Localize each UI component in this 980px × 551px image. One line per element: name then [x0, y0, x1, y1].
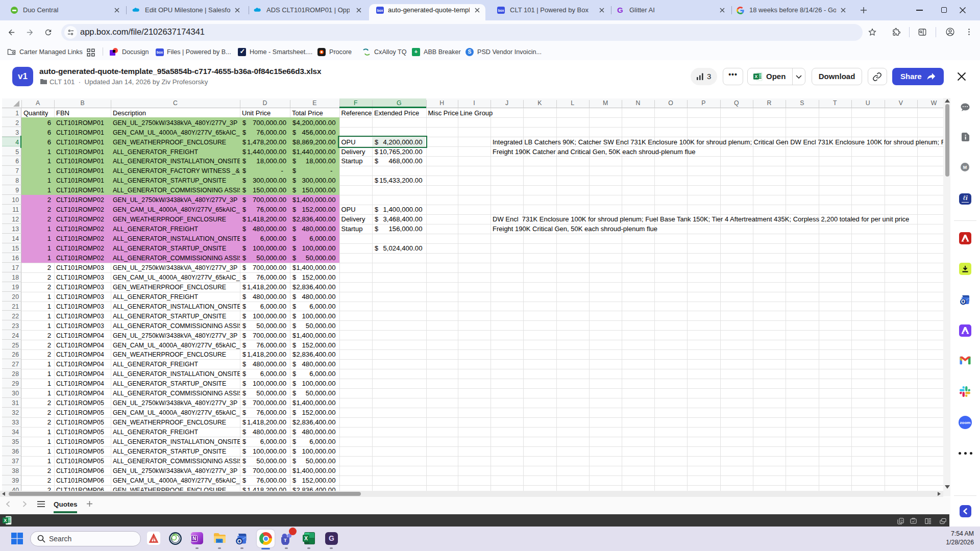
svg-text:O: O: [237, 538, 242, 544]
svg-text:O: O: [961, 299, 965, 305]
svg-text:X: X: [755, 74, 758, 79]
svg-text:X: X: [4, 518, 7, 523]
svg-text:X: X: [304, 535, 308, 541]
svg-text:T: T: [284, 537, 287, 543]
